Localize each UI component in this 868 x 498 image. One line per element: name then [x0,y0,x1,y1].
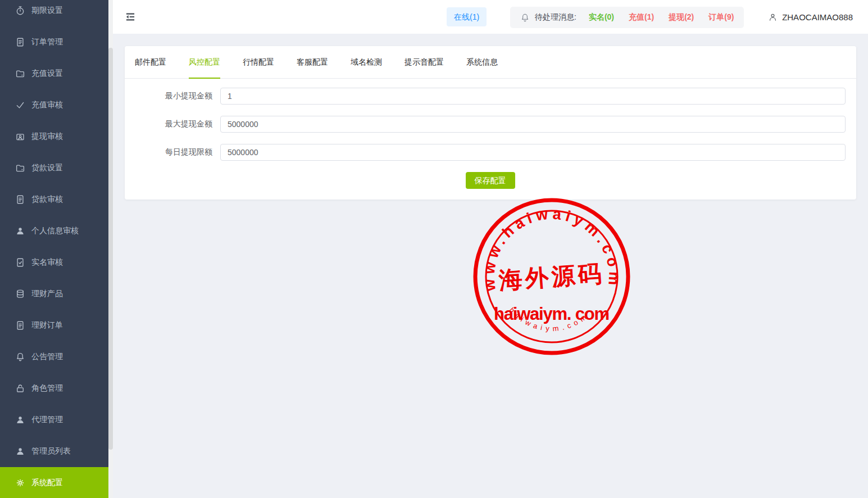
risk-config-form: 最小提现金额最大提现金额每日提现限额 保存配置 [125,79,856,200]
topbar: 在线(1) 待处理消息: 实名(0)充值(1)提现(2)订单(9) ZHAOCA… [113,0,868,34]
sidebar-item-withdrawal-review[interactable]: 提现审核 [0,121,108,152]
sidebar-item-label: 理财订单 [31,320,63,331]
lock-icon [15,383,25,393]
sidebar-item-loan-settings[interactable]: 贷款设置 [0,152,108,184]
user-icon [768,12,778,22]
sidebar-item-announcement-management[interactable]: 公告管理 [0,341,108,373]
tab-email-config[interactable]: 邮件配置 [135,46,166,78]
tab-system-info[interactable]: 系统信息 [466,46,498,78]
sidebar-item-label: 个人信息审核 [31,226,79,236]
main-area: 在线(1) 待处理消息: 实名(0)充值(1)提现(2)订单(9) ZHAOCA… [113,0,868,498]
sidebar-item-label: 贷款设置 [31,163,63,173]
sidebar-item-label: 公告管理 [31,352,63,362]
sidebar-item-role-management[interactable]: 角色管理 [0,373,108,404]
daily-withdrawal-limit-label: 每日提现限额 [135,147,220,157]
min-withdrawal-input[interactable] [220,88,846,105]
form-row-min-withdrawal: 最小提现金额 [135,88,846,105]
sidebar-scrollbar-thumb[interactable] [108,48,113,450]
form-row-max-withdrawal: 最大提现金额 [135,116,846,133]
check-icon [15,100,25,110]
sidebar-item-label: 代理管理 [31,415,63,425]
config-card: 邮件配置风控配置行情配置客服配置域名检测提示音配置系统信息 最小提现金额最大提现… [125,46,856,200]
file-text-icon [15,194,25,205]
sidebar-item-admin-list[interactable]: 管理员列表 [0,436,108,467]
sidebar-item-label: 贷款审核 [31,194,63,205]
sidebar-item-label: 充值设置 [31,69,63,79]
tab-risk-config[interactable]: 风控配置 [189,46,220,78]
gear-icon [15,478,25,488]
username: ZHAOCAIMAO888 [782,12,853,22]
tab-domain-check[interactable]: 域名检测 [351,46,382,78]
sidebar-item-label: 角色管理 [31,383,63,393]
sidebar: 期限设置订单管理充值设置充值审核提现审核贷款设置贷款审核个人信息审核实名审核理财… [0,0,108,498]
sidebar-item-label: 订单管理 [31,37,63,47]
form-row-daily-withdrawal-limit: 每日提现限额 [135,144,846,161]
sidebar-item-recharge-review[interactable]: 充值审核 [0,89,108,121]
notice-realname-count[interactable]: 实名(0) [589,12,614,21]
config-tabs: 邮件配置风控配置行情配置客服配置域名检测提示音配置系统信息 [125,46,856,79]
folder-icon [15,163,25,173]
sidebar-item-period-settings[interactable]: 期限设置 [0,0,108,26]
sidebar-item-recharge-settings[interactable]: 充值设置 [0,58,108,89]
sidebar-item-label: 充值审核 [31,100,63,110]
bell-icon [520,13,530,22]
notice-order-count[interactable]: 订单(9) [708,12,734,21]
folder-icon [15,69,25,79]
save-config-button[interactable]: 保存配置 [466,172,515,189]
card-icon [15,132,25,142]
file-check-icon [15,257,25,268]
notice-recharge-count[interactable]: 充值(1) [629,12,654,21]
sidebar-item-label: 期限设置 [31,6,63,16]
daily-withdrawal-limit-input[interactable] [220,144,846,161]
sidebar-item-label: 管理员列表 [31,446,71,456]
sidebar-item-label: 实名审核 [31,257,63,268]
file-text-icon [15,37,25,47]
sidebar-item-loan-review[interactable]: 贷款审核 [0,184,108,215]
sidebar-item-label: 理财产品 [31,289,63,299]
pending-message-counters: 实名(0)充值(1)提现(2)订单(9) [589,12,734,22]
sidebar-menu: 期限设置订单管理充值设置充值审核提现审核贷款设置贷款审核个人信息审核实名审核理财… [0,0,108,498]
tab-sound-config[interactable]: 提示音配置 [405,46,444,78]
max-withdrawal-label: 最大提现金额 [135,119,220,129]
sidebar-item-system-config[interactable]: 系统配置 [0,467,108,498]
min-withdrawal-label: 最小提现金额 [135,91,220,101]
timer-icon [15,6,25,16]
sidebar-item-agent-management[interactable]: 代理管理 [0,404,108,436]
pending-messages-label: 待处理消息: [535,12,576,22]
sidebar-item-personal-info-review[interactable]: 个人信息审核 [0,215,108,247]
pending-messages-pill: 待处理消息: 实名(0)充值(1)提现(2)订单(9) [510,7,744,28]
sidebar-item-label: 提现审核 [31,132,63,142]
max-withdrawal-input[interactable] [220,116,846,133]
user-icon [15,446,25,456]
sidebar-item-realname-review[interactable]: 实名审核 [0,247,108,278]
sidebar-item-label: 系统配置 [31,478,63,488]
user-icon [15,226,25,236]
user-menu[interactable]: ZHAOCAIMAO888 [768,0,853,34]
online-badge[interactable]: 在线(1) [447,7,487,26]
sidebar-item-order-management[interactable]: 订单管理 [0,26,108,58]
user-icon [15,415,25,425]
sidebar-scrollbar-track [108,0,113,498]
database-icon [15,289,25,299]
notice-withdraw-count[interactable]: 提现(2) [669,12,694,21]
bell-icon [15,352,25,362]
tab-market-config[interactable]: 行情配置 [243,46,274,78]
tab-service-config[interactable]: 客服配置 [297,46,328,78]
sidebar-item-wealth-products[interactable]: 理财产品 [0,278,108,310]
sidebar-item-wealth-orders[interactable]: 理财订单 [0,310,108,341]
file-text-icon [15,320,25,331]
sidebar-fold-icon[interactable] [125,11,136,22]
